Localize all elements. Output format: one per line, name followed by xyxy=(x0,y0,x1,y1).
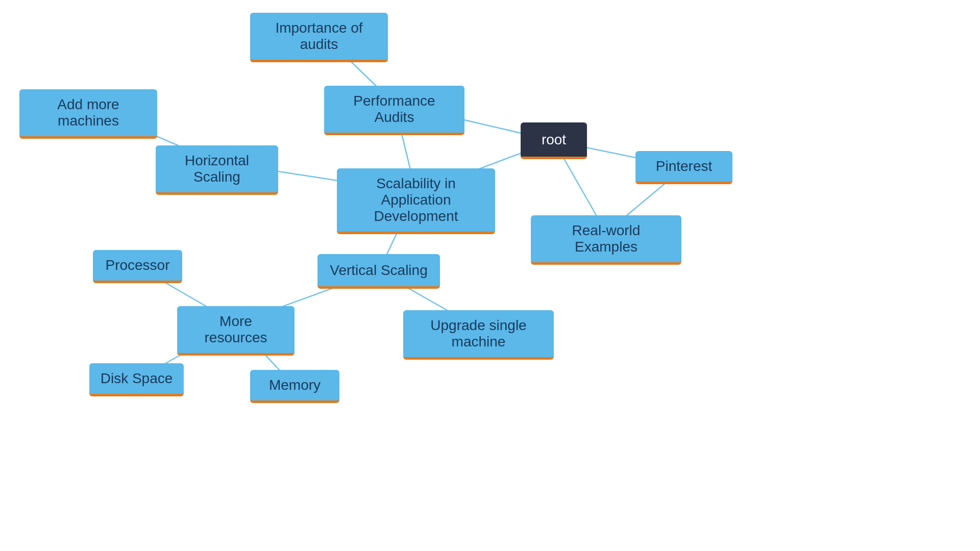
node-more_resources[interactable]: More resources xyxy=(177,306,295,356)
node-vertical_scaling[interactable]: Vertical Scaling xyxy=(317,254,440,289)
node-performance_audits[interactable]: Performance Audits xyxy=(324,86,464,135)
node-importance_of_audits[interactable]: Importance of audits xyxy=(250,13,388,62)
node-pinterest[interactable]: Pinterest xyxy=(635,151,732,184)
node-real_world[interactable]: Real-world Examples xyxy=(531,215,681,265)
node-add_more_machines[interactable]: Add more machines xyxy=(19,89,157,139)
node-upgrade_single[interactable]: Upgrade single machine xyxy=(403,310,554,360)
node-processor[interactable]: Processor xyxy=(93,250,182,283)
mind-map-container: rootScalability in Application Developme… xyxy=(0,0,980,551)
node-root[interactable]: root xyxy=(521,122,587,159)
node-scalability[interactable]: Scalability in Application Development xyxy=(337,168,495,234)
node-horizontal_scaling[interactable]: Horizontal Scaling xyxy=(156,145,278,195)
node-memory[interactable]: Memory xyxy=(250,370,339,403)
node-disk_space[interactable]: Disk Space xyxy=(89,363,184,396)
